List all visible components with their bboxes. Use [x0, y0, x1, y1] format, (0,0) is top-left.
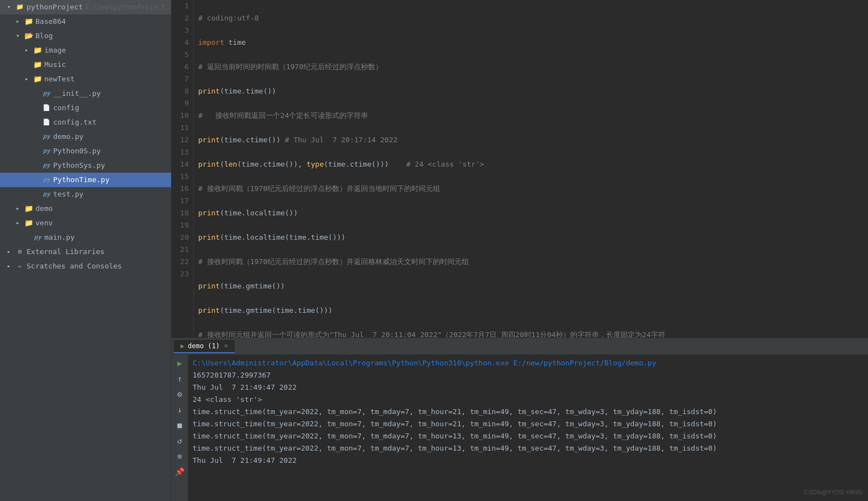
- folder-open-icon: 📂: [24, 32, 33, 40]
- py-file-icon: py: [42, 147, 51, 156]
- line-num-10: 10: [176, 110, 189, 122]
- line-numbers: 1 2 3 4 5 6 7 8 9 10 11 12 13 14 15 16 1: [172, 0, 194, 338]
- run-tab[interactable]: ▶ demo (1) ✕: [174, 340, 235, 353]
- code-line-8: # 接收时间戳（1970纪元后经过的浮点秒数）并返回当地时间下的时间元组: [198, 183, 864, 195]
- tree-item-python0s-py[interactable]: py Python0S.py: [0, 144, 171, 158]
- panel-left-toolbar: ▶ ↑ ⚙ ↓ ■ ↺ ≡ 📌: [172, 355, 188, 501]
- project-icon: 📁: [16, 3, 24, 12]
- spacer-icon: [22, 233, 31, 242]
- line-num-21: 21: [176, 244, 189, 256]
- tree-item-base864[interactable]: 📁 Base864: [0, 14, 171, 29]
- tree-item-scratches[interactable]: ✏ Scratches and Consoles: [0, 259, 171, 273]
- code-line-4: print(time.time()): [198, 85, 864, 97]
- tree-label: config: [53, 102, 79, 114]
- output-line-7: time.struct_time(tm_year=2022, tm_mon=7,…: [193, 442, 864, 454]
- code-line-12: print(time.gmtime()): [198, 280, 864, 292]
- tree-item-demo-folder[interactable]: 📁 demo: [0, 202, 171, 216]
- expand-arrow-icon: [22, 75, 31, 84]
- tree-label: Python0S.py: [53, 145, 101, 157]
- tree-item-newtest[interactable]: 📁 newTest: [0, 72, 171, 86]
- tree-item-demo-py[interactable]: py demo.py: [0, 130, 171, 144]
- line-num-3: 3: [176, 24, 189, 37]
- line-num-13: 13: [176, 146, 189, 158]
- tree-label: demo: [35, 203, 53, 215]
- settings-button[interactable]: ⚙: [174, 388, 186, 400]
- tree-label: Blog: [35, 30, 53, 42]
- spacer-icon: [22, 60, 31, 69]
- code-line-7: print(len(time.ctime()), type(time.ctime…: [198, 158, 864, 171]
- close-tab-button[interactable]: ✕: [224, 342, 228, 349]
- tree-item-init-py[interactable]: py __init__.py: [0, 86, 171, 101]
- tree-item-blog[interactable]: 📂 Blog: [0, 29, 171, 43]
- watermark: CSDN@YYDS.YANG: [804, 489, 862, 495]
- scroll-up-button[interactable]: ↑: [174, 373, 186, 385]
- tree-item-venv[interactable]: 📁 venv: [0, 216, 171, 230]
- code-line-13: print(time.gmtime(time.time())): [198, 304, 864, 317]
- panel-tab-bar: ▶ demo (1) ✕: [172, 338, 868, 355]
- tree-item-pythontime-py[interactable]: py PythonTime.py: [0, 173, 171, 187]
- expand-arrow-icon: [22, 46, 31, 55]
- run-tab-label: demo (1): [188, 342, 220, 350]
- line-num-1: 1: [176, 0, 189, 12]
- expand-arrow-icon: [13, 32, 22, 40]
- scroll-down-button[interactable]: ↓: [174, 404, 186, 416]
- line-num-22: 22: [176, 256, 189, 268]
- filter-button[interactable]: ≡: [174, 450, 186, 462]
- tree-item-test-py[interactable]: py test.py: [0, 187, 171, 202]
- tree-item-pythonsys-py[interactable]: py PythonSys.py: [0, 158, 171, 173]
- folder-icon: 📁: [33, 75, 42, 84]
- spacer-icon: [31, 161, 40, 170]
- code-editor: 1 2 3 4 5 6 7 8 9 10 11 12 13 14 15 16 1: [172, 0, 868, 338]
- code-line-5: # 接收时间戳返回一个24个定长可读形式的字符串: [198, 110, 864, 122]
- output-line-2: Thu Jul 7 21:49:47 2022: [193, 381, 864, 394]
- tree-label: demo.py: [53, 131, 84, 143]
- tree-label: pythonProject: [27, 1, 83, 13]
- code-line-2: import time: [198, 37, 864, 49]
- code-line-3: # 返回当前时间的时间戳（1970纪元后经过的浮点秒数）: [198, 61, 864, 73]
- rerun-button[interactable]: ↺: [174, 435, 186, 447]
- line-num-19: 19: [176, 219, 189, 231]
- tree-label: main.py: [44, 231, 75, 244]
- tree-item-music[interactable]: 📁 Music: [0, 58, 171, 72]
- expand-arrow-icon: [13, 204, 22, 213]
- folder-icon: 📁: [24, 17, 33, 26]
- expand-arrow-icon: [13, 17, 22, 26]
- run-button[interactable]: ▶: [174, 357, 186, 369]
- tree-label: __init__.py: [53, 87, 101, 100]
- spacer-icon: [31, 132, 40, 141]
- file-icon: 📄: [42, 118, 51, 127]
- folder-icon: 📁: [24, 204, 33, 213]
- line-num-23: 23: [176, 268, 189, 280]
- tree-item-image[interactable]: 📁 image: [0, 43, 171, 58]
- spacer-icon: [31, 118, 40, 127]
- tree-item-config[interactable]: 📄 config: [0, 101, 171, 115]
- file-icon: 📄: [42, 104, 51, 112]
- tree-label: newTest: [44, 73, 75, 85]
- tree-item-pythonproject[interactable]: 📁 pythonProject E:\new\pythonProject: [0, 0, 171, 14]
- pin-button[interactable]: 📌: [174, 466, 186, 478]
- spacer-icon: [31, 104, 40, 112]
- tree-label: Music: [44, 59, 66, 71]
- line-num-14: 14: [176, 158, 189, 171]
- tree-item-external-libraries[interactable]: ⊞ External Libraries: [0, 245, 171, 259]
- tree-item-config-txt[interactable]: 📄 config.txt: [0, 115, 171, 130]
- tree-label: config.txt: [53, 116, 96, 128]
- code-line-14: # 接收时间元组并返回一个可读的形式为"Thu Jul 7 20:11:04 2…: [198, 329, 864, 338]
- output-line-8: Thu Jul 7 21:49:47 2022: [193, 454, 864, 467]
- line-num-16: 16: [176, 183, 189, 195]
- file-tree: 📁 pythonProject E:\new\pythonProject 📁 B…: [0, 0, 172, 501]
- line-num-9: 9: [176, 97, 189, 110]
- code-lines[interactable]: # coding:utf-8 import time # 返回当前时间的时间戳（…: [194, 0, 868, 338]
- line-num-4: 4: [176, 37, 189, 49]
- line-num-6: 6: [176, 61, 189, 73]
- py-file-icon: py: [42, 190, 51, 199]
- tree-item-main-py[interactable]: py main.py: [0, 230, 171, 245]
- line-num-15: 15: [176, 171, 189, 183]
- line-num-12: 12: [176, 134, 189, 146]
- stop-button[interactable]: ■: [174, 419, 186, 431]
- folder-icon: 📁: [33, 60, 42, 69]
- code-line-1: # coding:utf-8: [198, 12, 864, 24]
- tree-label: venv: [35, 217, 53, 229]
- spacer-icon: [31, 190, 40, 199]
- output-line-3: 24 <class 'str'>: [193, 394, 864, 406]
